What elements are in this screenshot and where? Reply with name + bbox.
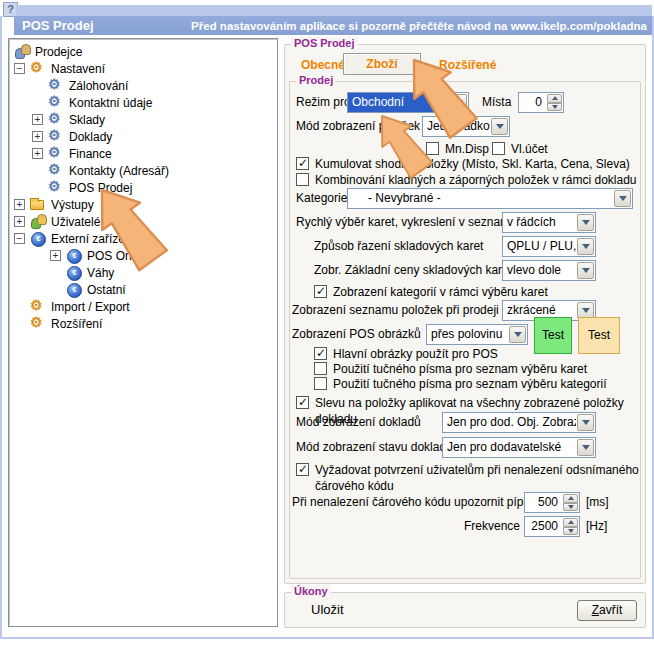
collapse-icon[interactable] bbox=[14, 63, 25, 74]
expand-icon[interactable] bbox=[14, 199, 25, 210]
collapse-icon[interactable] bbox=[14, 233, 25, 244]
pos-obrazky-select[interactable]: přes polovinu bbox=[426, 324, 528, 345]
gear-icon bbox=[48, 112, 64, 127]
gear-icon bbox=[48, 78, 64, 93]
checkbox[interactable] bbox=[296, 173, 309, 186]
dropdown-arrow-icon[interactable] bbox=[577, 214, 594, 231]
spin-up-icon[interactable] bbox=[563, 518, 578, 527]
tree-item-ostatni[interactable]: Ostatní bbox=[9, 281, 277, 298]
tab-rozsirene[interactable]: Rozšířené bbox=[439, 58, 496, 72]
dropdown-arrow-icon[interactable] bbox=[509, 326, 526, 343]
tree-item-pos-prodej[interactable]: POS Prodej bbox=[9, 179, 277, 196]
frekvence-unit: [Hz] bbox=[586, 516, 607, 537]
dropdown-arrow-icon[interactable] bbox=[577, 262, 594, 279]
dropdown-arrow-icon[interactable] bbox=[491, 118, 508, 135]
checkbox[interactable] bbox=[314, 377, 327, 390]
checkbox[interactable] bbox=[314, 362, 327, 375]
settings-tree: Prodejce Nastavení Zálohování Kontaktní … bbox=[8, 38, 278, 627]
tree-item-vahy[interactable]: Váhy bbox=[9, 264, 277, 281]
tab-zbozi[interactable]: Zboží bbox=[343, 53, 421, 75]
dropdown-arrow-icon[interactable] bbox=[577, 439, 594, 456]
prodej-groupbox: Prodej Režim prodeje Obchodní Místa 0 Mó… bbox=[289, 81, 641, 579]
expand-icon[interactable] bbox=[32, 148, 43, 159]
test-green-button[interactable]: Test bbox=[534, 317, 572, 354]
dropdown-arrow-icon[interactable] bbox=[577, 238, 594, 255]
checkbox[interactable] bbox=[314, 347, 327, 360]
rychly-vyber-select[interactable]: v řádcích bbox=[502, 212, 596, 233]
kumulovat-checkbox[interactable]: Kumulovat shodné položky (Místo, Skl. Ka… bbox=[296, 156, 630, 172]
window-title-bar: POS Prodej Před nastavováním aplikace si… bbox=[14, 16, 652, 35]
checkbox[interactable] bbox=[296, 157, 309, 170]
tree-item-prodejce[interactable]: Prodejce bbox=[9, 43, 277, 60]
gear-icon bbox=[30, 299, 46, 314]
test-tan-button[interactable]: Test bbox=[578, 317, 620, 354]
seznam-polozek-label: Zobrazení seznamu položek při prodeji bbox=[292, 300, 499, 321]
tucne-kategorii-checkbox[interactable]: Použití tučného písma pro seznam výběru … bbox=[314, 376, 606, 392]
spin-up-icon[interactable] bbox=[547, 94, 562, 103]
checkbox[interactable] bbox=[296, 396, 309, 409]
close-button[interactable]: Zavřít bbox=[577, 600, 637, 621]
window-title: POS Prodej bbox=[14, 18, 94, 33]
checkbox[interactable] bbox=[314, 285, 327, 298]
save-button[interactable]: Uložit bbox=[311, 602, 344, 617]
mista-spinner[interactable]: 0 bbox=[518, 92, 564, 113]
expand-icon[interactable] bbox=[14, 216, 25, 227]
expand-icon[interactable] bbox=[32, 114, 43, 125]
dropdown-arrow-icon[interactable] bbox=[450, 94, 467, 111]
pos-obrazky-label: Zobrazení POS obrázků bbox=[292, 324, 421, 345]
mod-polozek-select[interactable]: Jednořádkový bbox=[422, 116, 510, 137]
tab-obecne[interactable]: Obecné bbox=[301, 58, 345, 72]
device-icon bbox=[30, 231, 46, 246]
folder-icon bbox=[30, 198, 46, 213]
tree-item-kontakty-adresar[interactable]: Kontakty (Adresář) bbox=[9, 162, 277, 179]
vyzadovat-checkbox[interactable]: Vyžadovat potvrzení uživatelům při nenal… bbox=[296, 462, 648, 494]
dropdown-arrow-icon[interactable] bbox=[577, 414, 594, 431]
checkbox[interactable] bbox=[426, 142, 439, 155]
mod-dokladu-select[interactable]: Jen pro dod. Obj. Zobrazit bbox=[442, 412, 596, 433]
mod-stavu-label: Mód zobrazení stavu dokladů bbox=[296, 437, 453, 458]
tree-item-zalohovani[interactable]: Zálohování bbox=[9, 77, 277, 94]
tree-item-kontaktni-udaje[interactable]: Kontaktní údaje bbox=[9, 94, 277, 111]
spin-up-icon[interactable] bbox=[563, 494, 578, 503]
tree-item-finance[interactable]: Finance bbox=[9, 145, 277, 162]
mod-stavu-select[interactable]: Jen pro dodavatelské bbox=[442, 437, 596, 458]
gear-icon bbox=[30, 61, 46, 76]
zobrazeni-kategorii-checkbox[interactable]: Zobrazení kategorií v rámci výběru karet bbox=[314, 284, 548, 300]
hlavni-obrazky-checkbox[interactable]: Hlavní obrázky použít pro POS bbox=[314, 346, 498, 362]
pipnuti-unit: [ms] bbox=[586, 492, 609, 513]
checkbox[interactable] bbox=[492, 142, 505, 155]
mndisp-checkbox[interactable]: Mn.Disp bbox=[426, 141, 489, 157]
zpusob-razeni-select[interactable]: QPLU / PLU, Kó bbox=[502, 236, 596, 257]
window-border bbox=[0, 16, 2, 639]
spin-down-icon[interactable] bbox=[547, 103, 562, 112]
rezim-prodeje-select[interactable]: Obchodní bbox=[347, 92, 469, 113]
tree-item-uzivatele[interactable]: Uživatelé bbox=[9, 213, 277, 230]
tree-item-rozsireni[interactable]: Rozšíření bbox=[9, 315, 277, 332]
expand-icon[interactable] bbox=[50, 250, 61, 261]
kategorie-select[interactable]: - Nevybrané - bbox=[347, 188, 633, 209]
mod-dokladu-label: Mód zobrazení dokladů bbox=[296, 412, 421, 433]
vlucet-checkbox[interactable]: Vl.účet bbox=[492, 141, 548, 157]
tucne-karet-checkbox[interactable]: Použití tučného písma pro seznam výběru … bbox=[314, 361, 587, 377]
tree-item-pos-on-line[interactable]: POS On-line bbox=[9, 247, 277, 264]
tree-item-doklady[interactable]: Doklady bbox=[9, 128, 277, 145]
tree-item-import-export[interactable]: Import / Export bbox=[9, 298, 277, 315]
zpusob-razeni-label: Způsob řazení skladových karet bbox=[314, 236, 483, 257]
dropdown-arrow-icon[interactable] bbox=[614, 190, 631, 207]
expand-icon[interactable] bbox=[32, 131, 43, 142]
mista-label: Místa bbox=[482, 92, 511, 113]
pipnuti-spinner[interactable]: 500 bbox=[524, 492, 580, 513]
zobr-zakladni-select[interactable]: vlevo dole bbox=[502, 260, 596, 281]
tree-item-externi-zarizeni[interactable]: Externí zařízení bbox=[9, 230, 277, 247]
checkbox[interactable] bbox=[296, 463, 309, 476]
tree-item-nastaveni[interactable]: Nastavení bbox=[9, 60, 277, 77]
pos-settings-window: ? POS Prodej Před nastavováním aplikace … bbox=[0, 0, 654, 645]
spin-down-icon[interactable] bbox=[563, 527, 578, 536]
spin-down-icon[interactable] bbox=[563, 503, 578, 512]
frekvence-spinner[interactable]: 2500 bbox=[524, 516, 580, 537]
pipnuti-label: Při nenalezení čárového kódu upozornit p… bbox=[292, 492, 520, 513]
kombinovani-checkbox[interactable]: Kombinování kladných a záporných položek… bbox=[296, 172, 637, 188]
tree-item-vystupy[interactable]: Výstupy bbox=[9, 196, 277, 213]
title-notice: Před nastavováním aplikace si pozorně př… bbox=[191, 20, 652, 32]
tree-item-sklady[interactable]: Sklady bbox=[9, 111, 277, 128]
